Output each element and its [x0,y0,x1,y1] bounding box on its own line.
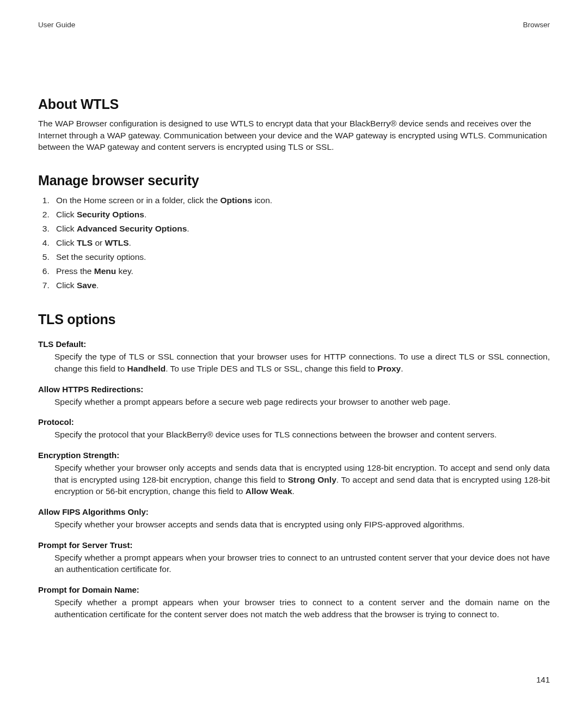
header-right: Browser [523,21,550,29]
page-header: User Guide Browser [38,21,550,29]
step-item: Click Advanced Security Options. [52,222,550,235]
step-item: Click TLS or WTLS. [52,236,550,249]
tls-options-list: TLS Default:Specify the type of TLS or S… [38,339,550,620]
option-description: Specify whether a prompt appears before … [54,396,550,408]
option-description: Specify the protocol that your BlackBerr… [54,429,550,441]
option-description: Specify whether your browser only accept… [54,462,550,497]
option-description: Specify whether a prompt appears when yo… [54,552,550,575]
header-left: User Guide [38,21,75,29]
step-item: Set the security options. [52,251,550,264]
step-item: Click Save. [52,279,550,292]
option-term: Prompt for Domain Name: [38,585,550,594]
option-description: Specify the type of TLS or SSL connectio… [54,351,550,374]
section-manage-security-title: Manage browser security [38,173,550,188]
section-tls-options-title: TLS options [38,312,550,327]
step-item: Click Security Options. [52,208,550,221]
step-item: On the Home screen or in a folder, click… [52,194,550,207]
page-number: 141 [536,675,550,684]
option-description: Specify whether a prompt appears when yo… [54,597,550,620]
section-about-wtls-title: About WTLS [38,96,550,112]
option-term: Allow HTTPS Redirections: [38,385,550,394]
option-term: Protocol: [38,417,550,427]
option-description: Specify whether your browser accepts and… [54,519,550,531]
section-about-wtls-body: The WAP Browser configuration is designe… [38,118,550,153]
option-term: Encryption Strength: [38,451,550,460]
step-item: Press the Menu key. [52,265,550,278]
option-term: Prompt for Server Trust: [38,540,550,550]
steps-list: On the Home screen or in a folder, click… [38,194,550,292]
option-term: Allow FIPS Algorithms Only: [38,507,550,516]
option-term: TLS Default: [38,339,550,349]
